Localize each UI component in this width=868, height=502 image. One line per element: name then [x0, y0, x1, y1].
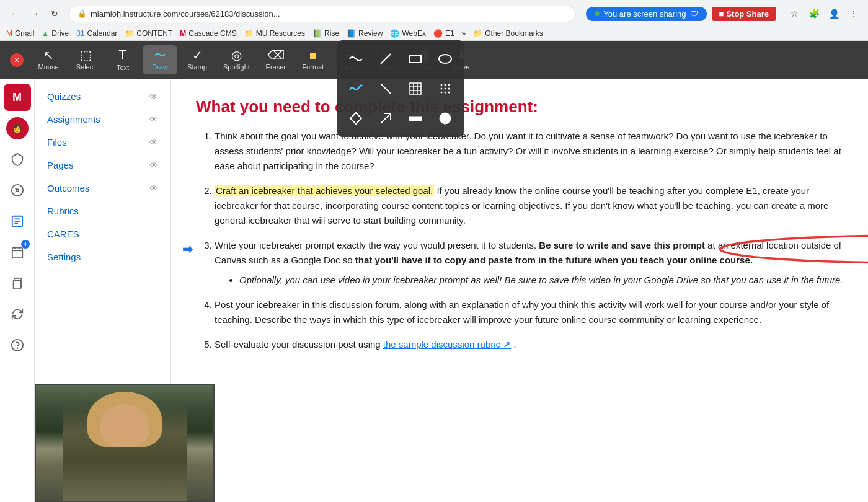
other-icon: 📁: [473, 29, 482, 38]
blue-arrow-icon: ➡: [182, 239, 193, 259]
svg-point-17: [448, 92, 450, 94]
draw-icon: 〜: [154, 49, 166, 61]
bookmark-drive[interactable]: ▲ Drive: [42, 29, 69, 38]
bookmark-calendar[interactable]: 31 Calendar: [76, 29, 117, 38]
draw-ellipse-button[interactable]: [432, 45, 459, 73]
mouse-tool-button[interactable]: ↖ Mouse: [31, 45, 66, 74]
nav-outcomes-label: Outcomes: [47, 183, 89, 193]
svg-line-3: [381, 84, 391, 94]
bookmark-mu-resources[interactable]: 📁 MU Resources: [244, 29, 305, 38]
list-item-3: Write your icebreaker prompt exactly the…: [215, 238, 843, 288]
nav-buttons: ← → ↻: [6, 5, 63, 22]
nav-item-rubrics[interactable]: Rubrics: [35, 200, 170, 222]
sublist-item-1-text: Optionally, you can use video in your ic…: [239, 275, 843, 285]
bookmark-mu-label: MU Resources: [256, 29, 305, 38]
bookmark-webex[interactable]: 🌐 WebEx: [390, 29, 425, 38]
browser-titlebar: ← → ↻ 🔒 miamioh.instructure.com/courses/…: [0, 0, 868, 27]
address-bar[interactable]: 🔒 miamioh.instructure.com/courses/62183/…: [68, 6, 576, 22]
sidebar-icon-refresh[interactable]: [4, 301, 31, 328]
sample-rubric-link[interactable]: the sample discussion rubric ↗: [383, 339, 511, 350]
share-dot: [595, 11, 600, 16]
refresh-button[interactable]: ↻: [46, 5, 63, 22]
bookmark-content[interactable]: 📁 CONTENT: [125, 29, 172, 38]
bookmark-e1[interactable]: 🔴 E1: [433, 29, 454, 38]
nav-item-outcomes[interactable]: Outcomes 👁: [35, 177, 170, 200]
bookmark-more[interactable]: »: [462, 29, 466, 38]
sidebar-icon-shield[interactable]: [4, 146, 31, 173]
draw-line-button[interactable]: [372, 45, 399, 73]
profile-button[interactable]: 👤: [826, 6, 842, 22]
nav-item-pages[interactable]: Pages 👁: [35, 154, 170, 177]
highlighted-text: Craft an icebreaker that achieves your s…: [215, 185, 434, 196]
back-button[interactable]: ←: [6, 5, 24, 22]
nav-item-cares[interactable]: CARES: [35, 222, 170, 245]
url-text: miamioh.instructure.com/courses/62183/di…: [91, 9, 280, 19]
stamp-tool-button[interactable]: ✓ Stamp: [180, 45, 215, 74]
bookmark-rise[interactable]: 📗 Rise: [312, 29, 339, 38]
nav-item-settings[interactable]: Settings: [35, 245, 170, 268]
bookmark-other[interactable]: 📁 Other Bookmarks: [473, 29, 542, 38]
svg-point-33: [17, 348, 17, 348]
eraser-icon: ⌫: [267, 49, 285, 61]
screen-share-banner: You are screen sharing 🛡: [586, 7, 706, 21]
draw-rect-button[interactable]: [402, 45, 429, 73]
screen-share-text: You are screen sharing: [603, 9, 686, 19]
bookmark-cascade[interactable]: M Cascade CMS: [180, 29, 236, 38]
quizzes-eye-icon: 👁: [149, 92, 158, 102]
draw-grid-button[interactable]: [402, 75, 429, 102]
svg-point-10: [445, 84, 446, 86]
list-item-3-bold1: Be sure to write and save this prompt: [539, 240, 707, 250]
nav-cares-label: CARES: [47, 229, 79, 239]
sidebar-icon-copy[interactable]: [4, 270, 31, 297]
draw-wave-button[interactable]: [342, 45, 370, 73]
close-toolbar-button[interactable]: ×: [10, 53, 24, 67]
text-icon: T: [118, 48, 126, 62]
review-icon: 📘: [347, 29, 356, 38]
eraser-tool-button[interactable]: ⌫ Eraser: [259, 45, 293, 74]
star-button[interactable]: ☆: [786, 6, 802, 22]
sidebar-icon-gauge[interactable]: [4, 177, 31, 204]
bookmark-review[interactable]: 📘 Review: [347, 29, 383, 38]
draw-diagonal-button[interactable]: [372, 75, 399, 102]
spotlight-label: Spotlight: [223, 63, 250, 71]
list-item-5: Self-evaluate your discussion post using…: [215, 337, 843, 352]
pages-eye-icon: 👁: [149, 161, 158, 170]
draw-freehand-button[interactable]: [342, 75, 370, 102]
stop-share-button[interactable]: ■ Stop Share: [712, 7, 776, 21]
draw-diamond-button[interactable]: [342, 105, 370, 132]
nav-quizzes-label: Quizzes: [47, 91, 81, 102]
svg-rect-20: [409, 117, 422, 121]
nav-rubrics-label: Rubrics: [47, 206, 79, 216]
text-tool-button[interactable]: T Text: [105, 45, 140, 75]
draw-tool-button[interactable]: 〜 Draw: [143, 45, 177, 74]
avatar-item[interactable]: 👩: [4, 115, 31, 142]
svg-point-14: [448, 88, 450, 90]
bookmark-gmail[interactable]: M Gmail: [6, 29, 34, 38]
menu-button[interactable]: ⋮: [846, 6, 862, 22]
nav-item-quizzes[interactable]: Quizzes 👁: [35, 85, 170, 108]
shield-icon: 🛡: [690, 9, 698, 19]
forward-button[interactable]: →: [26, 5, 43, 22]
draw-dotgrid-button[interactable]: [432, 75, 459, 102]
list-item-1-text: Think about the goal you want to achieve…: [215, 131, 841, 171]
sidebar-icon-help[interactable]: [4, 332, 31, 359]
svg-point-9: [441, 84, 443, 86]
draw-submenu: [337, 40, 464, 137]
stamp-icon: ✓: [192, 49, 203, 61]
main-layout: M 👩 4 Quizzes 👁: [0, 79, 868, 502]
sidebar-icon-calendar[interactable]: 4: [4, 239, 31, 266]
bookmark-review-label: Review: [358, 29, 383, 38]
sidebar-icon-list[interactable]: [4, 208, 31, 235]
draw-arrow-button[interactable]: [372, 105, 399, 132]
page-title: What you need to complete this assignmen…: [196, 97, 843, 117]
draw-circle-button[interactable]: [432, 105, 459, 132]
bookmarks-bar: M Gmail ▲ Drive 31 Calendar 📁 CONTENT M …: [0, 27, 868, 40]
text-label: Text: [117, 64, 129, 71]
extensions-button[interactable]: 🧩: [806, 6, 822, 22]
draw-fillrect-button[interactable]: [402, 105, 429, 132]
nav-item-assignments[interactable]: Assignments 👁: [35, 108, 170, 131]
format-tool-button[interactable]: ■ Format: [296, 45, 330, 74]
nav-item-files[interactable]: Files 👁: [35, 131, 170, 154]
select-tool-button[interactable]: ⬚ Select: [68, 45, 103, 74]
spotlight-tool-button[interactable]: ◎ Spotlight: [217, 45, 256, 74]
